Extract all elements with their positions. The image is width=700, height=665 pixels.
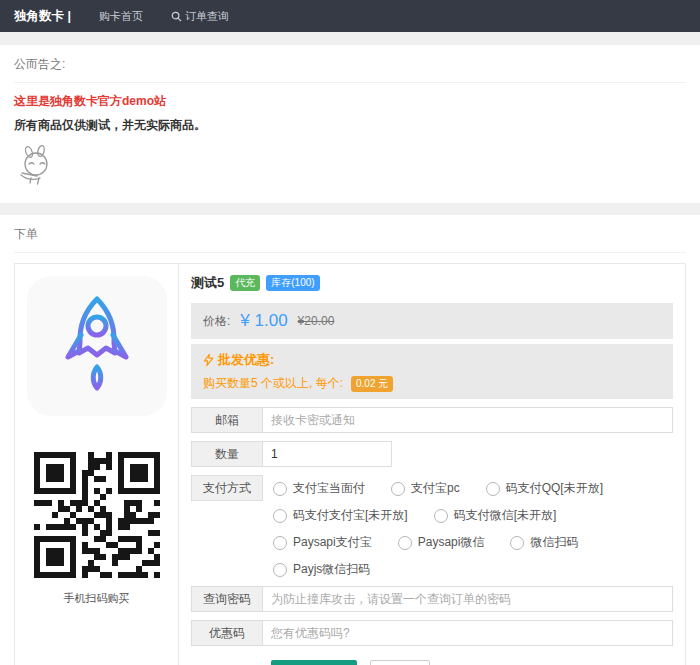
product-image	[27, 276, 167, 416]
kaomoji-emoticon-image	[14, 145, 60, 187]
wholesale-desc-row: 购买数量5 个或以上, 每个: 0.02 元	[203, 375, 661, 392]
search-password-label: 查询密码	[191, 586, 263, 612]
payment-options: 支付宝当面付支付宝pc码支付QQ[未开放]码支付支付宝[未开放]码支付微信[未开…	[273, 475, 673, 578]
wholesale-title: 批发优惠:	[218, 351, 274, 369]
payment-option[interactable]: 支付宝当面付	[273, 480, 365, 497]
nav-link-home[interactable]: 购卡首页	[99, 9, 143, 24]
coupon-field[interactable]	[262, 620, 673, 646]
payment-option-label: 微信扫码	[530, 534, 578, 551]
order-panel: 手机扫码购买 测试5 代充 库存(100) 价格: ¥ 1.00 ¥20.00 …	[14, 263, 686, 665]
payment-option[interactable]: 码支付支付宝[未开放]	[273, 507, 408, 524]
payment-option-label: 支付宝当面付	[293, 480, 365, 497]
site-brand[interactable]: 独角数卡 |	[14, 8, 71, 25]
wholesale-desc: 购买数量5 个或以上, 每个:	[203, 375, 343, 392]
quantity-label: 数量	[191, 441, 263, 467]
navbar: 独角数卡 | 购卡首页 订单查询	[0, 0, 700, 32]
radio-icon	[398, 536, 412, 550]
price-row: 价格: ¥ 1.00 ¥20.00	[191, 303, 673, 339]
payment-option-label: Payjs微信扫码	[293, 561, 370, 578]
submit-order-button[interactable]: 立即下单	[271, 660, 357, 665]
payment-option[interactable]: Payjs微信扫码	[273, 561, 370, 578]
order-form-column: 测试5 代充 库存(100) 价格: ¥ 1.00 ¥20.00 批发优惠: 购…	[179, 264, 685, 665]
payment-option-label: 码支付微信[未开放]	[454, 507, 557, 524]
email-field[interactable]	[262, 407, 673, 433]
payment-option-label: Paysapi微信	[418, 534, 485, 551]
announcement-card: 公而告之: 这里是独角数卡官方demo站 所有商品仅供测试，并无实际商品。	[0, 45, 700, 203]
radio-icon	[486, 482, 500, 496]
payment-option-label: Paysapi支付宝	[293, 534, 372, 551]
payment-option-label: 码支付支付宝[未开放]	[293, 507, 408, 524]
wholesale-title-row: 批发优惠:	[203, 351, 661, 369]
announcement-text: 所有商品仅供测试，并无实际商品。	[14, 117, 686, 134]
payment-row: 支付方式 支付宝当面付支付宝pc码支付QQ[未开放]码支付支付宝[未开放]码支付…	[191, 475, 673, 578]
qr-code	[34, 452, 160, 578]
radio-icon	[273, 482, 287, 496]
email-row: 邮箱	[191, 407, 673, 433]
payment-option-label: 码支付QQ[未开放]	[506, 480, 603, 497]
radio-icon	[273, 536, 287, 550]
announcement-title: 公而告之:	[14, 56, 686, 83]
search-password-row: 查询密码	[191, 586, 673, 612]
nav-link-home-label: 购卡首页	[99, 9, 143, 24]
product-title-row: 测试5 代充 库存(100)	[191, 274, 673, 292]
search-icon	[171, 11, 182, 22]
reset-button[interactable]: 重置	[370, 660, 430, 665]
price-value: ¥ 1.00	[240, 311, 287, 331]
radio-icon	[510, 536, 524, 550]
wholesale-box: 批发优惠: 购买数量5 个或以上, 每个: 0.02 元	[191, 344, 673, 399]
original-price: ¥20.00	[298, 314, 335, 328]
payment-option[interactable]: Paysapi微信	[398, 534, 485, 551]
radio-icon	[434, 509, 448, 523]
radio-icon	[273, 509, 287, 523]
email-label: 邮箱	[191, 407, 263, 433]
order-card: 下单	[0, 215, 700, 665]
stock-badge: 库存(100)	[266, 275, 319, 291]
announcement-highlight: 这里是独角数卡官方demo站	[14, 93, 686, 110]
coupon-row: 优惠码	[191, 620, 673, 646]
search-password-field[interactable]	[262, 586, 673, 612]
payment-option[interactable]: 支付宝pc	[391, 480, 460, 497]
nav-link-order-query[interactable]: 订单查询	[171, 9, 229, 24]
payment-label: 支付方式	[191, 475, 263, 501]
nav-link-order-query-label: 订单查询	[185, 9, 229, 24]
quantity-row: 数量	[191, 441, 673, 467]
radio-icon	[391, 482, 405, 496]
price-label: 价格:	[203, 313, 230, 330]
order-section-title: 下单	[14, 226, 686, 253]
product-name: 测试5	[191, 274, 224, 292]
lightning-icon	[203, 353, 214, 367]
rocket-icon	[49, 293, 145, 399]
product-media-column: 手机扫码购买	[15, 264, 179, 665]
payment-option[interactable]: 码支付QQ[未开放]	[486, 480, 603, 497]
payment-option-label: 支付宝pc	[411, 480, 460, 497]
quantity-field[interactable]	[262, 441, 392, 467]
product-type-badge: 代充	[230, 275, 260, 291]
wholesale-price-badge: 0.02 元	[351, 376, 393, 392]
payment-option[interactable]: 码支付微信[未开放]	[434, 507, 557, 524]
payment-option[interactable]: 微信扫码	[510, 534, 578, 551]
coupon-label: 优惠码	[191, 620, 263, 646]
qr-caption: 手机扫码购买	[64, 591, 130, 606]
form-actions: 立即下单 重置	[271, 660, 673, 665]
radio-icon	[273, 563, 287, 577]
payment-option[interactable]: Paysapi支付宝	[273, 534, 372, 551]
